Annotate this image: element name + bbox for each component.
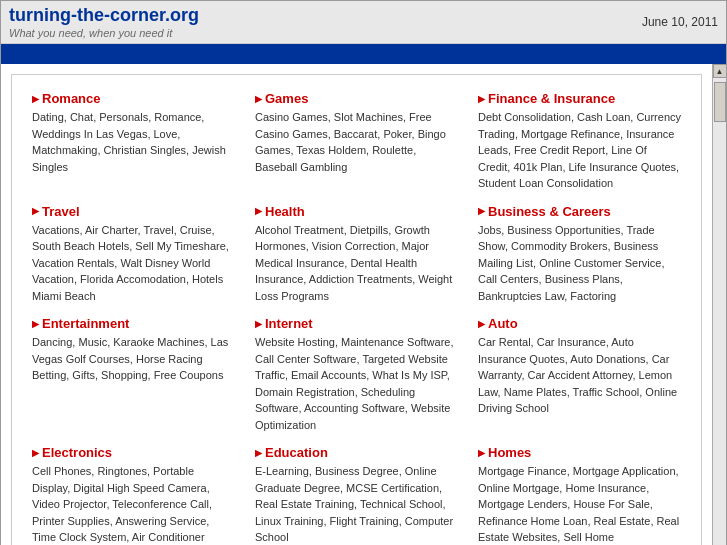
category-title-internet: Internet bbox=[255, 316, 458, 331]
category-links-health[interactable]: Alcohol Treatment, Dietpills, Growth Hor… bbox=[255, 222, 458, 305]
category-title-romance: Romance bbox=[32, 91, 235, 106]
category-links-internet[interactable]: Website Hosting, Maintenance Software, C… bbox=[255, 334, 458, 433]
category-links-education[interactable]: E-Learning, Business Degree, Online Grad… bbox=[255, 463, 458, 545]
category-title-games: Games bbox=[255, 91, 458, 106]
category-cell-auto: AutoCar Rental, Car Insurance, Auto Insu… bbox=[468, 310, 691, 439]
category-links-auto[interactable]: Car Rental, Car Insurance, Auto Insuranc… bbox=[478, 334, 681, 417]
category-title-business: Business & Careers bbox=[478, 204, 681, 219]
category-title-homes: Homes bbox=[478, 445, 681, 460]
category-cell-entertainment: EntertainmentDancing, Music, Karaoke Mac… bbox=[22, 310, 245, 439]
category-title-finance: Finance & Insurance bbox=[478, 91, 681, 106]
category-title-electronics: Electronics bbox=[32, 445, 235, 460]
category-grid: RomanceDating, Chat, Personals, Romance,… bbox=[11, 74, 702, 545]
category-cell-health: HealthAlcohol Treatment, Dietpills, Grow… bbox=[245, 198, 468, 311]
blue-banner bbox=[1, 44, 726, 64]
category-links-electronics[interactable]: Cell Phones, Ringtones, Portable Display… bbox=[32, 463, 235, 545]
category-links-travel[interactable]: Vacations, Air Charter, Travel, Cruise, … bbox=[32, 222, 235, 305]
scroll-thumb[interactable] bbox=[714, 82, 726, 122]
category-cell-romance: RomanceDating, Chat, Personals, Romance,… bbox=[22, 85, 245, 198]
category-links-games[interactable]: Casino Games, Slot Machines, Free Casino… bbox=[255, 109, 458, 175]
category-cell-education: EducationE-Learning, Business Degree, On… bbox=[245, 439, 468, 545]
category-title-travel: Travel bbox=[32, 204, 235, 219]
category-cell-electronics: ElectronicsCell Phones, Ringtones, Porta… bbox=[22, 439, 245, 545]
category-links-finance[interactable]: Debt Consolidation, Cash Loan, Currency … bbox=[478, 109, 681, 192]
scroll-up-button[interactable]: ▲ bbox=[713, 64, 727, 78]
date-display: June 10, 2011 bbox=[642, 15, 718, 29]
category-title-health: Health bbox=[255, 204, 458, 219]
category-cell-homes: HomesMortgage Finance, Mortgage Applicat… bbox=[468, 439, 691, 545]
category-links-entertainment[interactable]: Dancing, Music, Karaoke Machines, Las Ve… bbox=[32, 334, 235, 384]
category-cell-finance: Finance & InsuranceDebt Consolidation, C… bbox=[468, 85, 691, 198]
site-title: turning-the-corner.org bbox=[9, 5, 199, 26]
category-title-education: Education bbox=[255, 445, 458, 460]
category-cell-internet: InternetWebsite Hosting, Maintenance Sof… bbox=[245, 310, 468, 439]
category-cell-business: Business & CareersJobs, Business Opportu… bbox=[468, 198, 691, 311]
category-title-entertainment: Entertainment bbox=[32, 316, 235, 331]
category-links-business[interactable]: Jobs, Business Opportunities, Trade Show… bbox=[478, 222, 681, 305]
category-links-romance[interactable]: Dating, Chat, Personals, Romance, Weddin… bbox=[32, 109, 235, 175]
category-title-auto: Auto bbox=[478, 316, 681, 331]
category-cell-travel: TravelVacations, Air Charter, Travel, Cr… bbox=[22, 198, 245, 311]
site-tagline: What you need, when you need it bbox=[9, 27, 199, 39]
category-links-homes[interactable]: Mortgage Finance, Mortgage Application, … bbox=[478, 463, 681, 545]
right-scrollbar[interactable]: ▲ ▼ bbox=[712, 64, 726, 545]
category-cell-games: GamesCasino Games, Slot Machines, Free C… bbox=[245, 85, 468, 198]
